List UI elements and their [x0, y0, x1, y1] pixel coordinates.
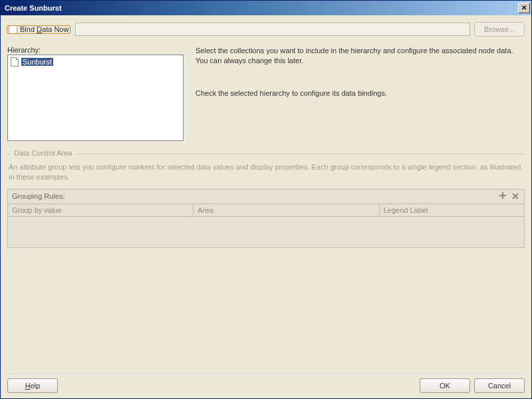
dialog-footer: Help OK Cancel [7, 374, 525, 393]
hierarchy-label: Hierarchy: [7, 46, 184, 54]
grouping-table-body[interactable] [8, 217, 524, 247]
add-group-button[interactable] [497, 192, 507, 201]
remove-group-button[interactable] [510, 192, 520, 201]
titlebar: Create Sunburst ✕ [1, 1, 531, 15]
grouping-rules-panel: Grouping Rules: Group by value Area Lege… [7, 189, 525, 248]
tree-item[interactable]: Sunburst [9, 57, 182, 67]
checkbox-icon [9, 25, 17, 34]
data-control-area-separator: Data Control Area [7, 149, 525, 158]
plus-icon [498, 192, 507, 201]
data-control-area-title: Data Control Area [10, 149, 76, 157]
column-header-area[interactable]: Area [194, 204, 379, 216]
bind-data-now-checkbox[interactable]: Bind Data Now [7, 25, 70, 34]
instruction-text-1: Select the collections you want to inclu… [196, 46, 525, 66]
bind-data-now-label: Bind Data Now [20, 25, 68, 33]
window-close-button[interactable]: ✕ [518, 3, 530, 13]
instruction-text-2: Check the selected hierarchy to configur… [196, 88, 525, 98]
column-header-legend-label[interactable]: Legend Label [380, 204, 524, 216]
data-source-path-input[interactable] [75, 23, 470, 36]
help-button[interactable]: Help [7, 378, 58, 393]
document-icon [11, 57, 19, 66]
column-header-group-by-value[interactable]: Group by value [8, 204, 194, 216]
cross-icon [511, 192, 519, 200]
grouping-rules-title: Grouping Rules: [12, 192, 65, 200]
hierarchy-tree[interactable]: Sunburst [7, 55, 184, 141]
ok-button[interactable]: OK [420, 378, 470, 393]
browse-button[interactable]: Browse... [474, 22, 525, 37]
window-title: Create Sunburst [5, 4, 62, 12]
dialog-window: Create Sunburst ✕ Bind Data Now Browse..… [0, 0, 532, 399]
close-icon: ✕ [521, 5, 527, 11]
cancel-button[interactable]: Cancel [474, 378, 525, 393]
tree-item-label: Sunburst [21, 58, 53, 66]
data-control-area-description: An attribute group lets you configure ma… [9, 162, 523, 182]
grouping-table-header: Group by value Area Legend Label [8, 204, 524, 217]
